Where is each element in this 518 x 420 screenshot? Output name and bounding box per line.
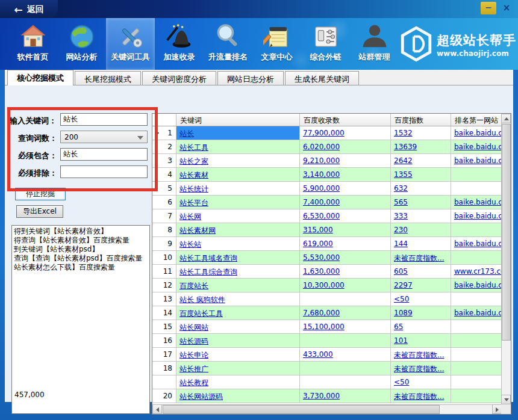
toolbar-item[interactable]: 文章中心 [252, 18, 301, 70]
row-header-cell[interactable]: 7 [152, 209, 176, 223]
cell-link[interactable]: 7,680,000 [303, 309, 340, 317]
cell-link[interactable]: baike.baidu.co [454, 212, 502, 220]
row-header-cell[interactable]: 12 [152, 279, 176, 292]
scroll-up-button[interactable] [501, 114, 511, 123]
cell-link[interactable]: baike.baidu.co [454, 129, 502, 137]
cell-link[interactable]: 站长网 [179, 212, 201, 221]
cell-link[interactable]: 619,000 [303, 239, 333, 248]
cell-link[interactable]: 101 [394, 336, 408, 345]
close-button[interactable]: × [500, 2, 513, 14]
cell-link[interactable]: 站长素材 [179, 171, 208, 179]
tab[interactable]: 网站日志分析 [217, 71, 284, 85]
cell-link[interactable]: 3,730,000 [303, 392, 340, 400]
cell-link[interactable]: 10,300,000 [303, 281, 345, 289]
cell-link[interactable]: 站长平台 [179, 199, 208, 207]
cell-link[interactable]: 230 [394, 226, 408, 234]
cell-link[interactable]: 433,000 [303, 350, 333, 359]
cell-link[interactable]: 77,900,000 [303, 129, 345, 137]
cell-link[interactable]: 5,530,000 [303, 253, 340, 262]
cell-link[interactable]: 未被百度指数... [394, 351, 444, 359]
cell-link[interactable]: 315,000 [303, 226, 333, 234]
toolbar-item[interactable]: 关键词工具 [106, 18, 155, 70]
vertical-scrollbar[interactable] [501, 114, 511, 404]
row-header-cell[interactable] [152, 375, 176, 389]
cell-link[interactable]: 站长 [179, 129, 194, 138]
cell-link[interactable]: 7,400,000 [303, 198, 340, 206]
toolbar-item[interactable]: 站群管理 [350, 18, 399, 70]
cell-link[interactable]: www.cr173.com [454, 267, 502, 276]
minimize-button[interactable]: − [481, 2, 496, 14]
cell-link[interactable]: 站长 疯狗软件 [179, 295, 225, 304]
cell-link[interactable]: 6,530,000 [303, 212, 340, 220]
cell-link[interactable]: 站长教程 [179, 378, 208, 387]
row-header-cell[interactable]: 8 [152, 223, 176, 237]
must-include-input[interactable] [60, 148, 148, 161]
cell-link[interactable]: baike.baidu.co [454, 156, 502, 165]
tab[interactable]: 关键词密度分析 [142, 71, 216, 85]
row-header-cell[interactable]: 4 [152, 168, 176, 182]
row-header-cell[interactable]: 2 [152, 140, 176, 154]
cell-link[interactable]: 565 [394, 198, 408, 206]
cell-link[interactable]: 未被百度指数... [394, 365, 444, 373]
cell-link[interactable]: 站长工具 [179, 143, 208, 152]
cell-link[interactable]: 6,020,000 [303, 143, 340, 151]
cell-link[interactable]: 144 [394, 239, 408, 248]
stop-mining-button[interactable]: 停止挖掘 [15, 188, 66, 200]
cell-link[interactable]: 2642 [394, 156, 413, 165]
row-header-cell[interactable]: 9 [152, 237, 176, 251]
cell-link[interactable]: 1532 [394, 129, 413, 137]
row-header-cell[interactable]: 6 [152, 196, 176, 209]
toolbar-item[interactable]: 综合外链 [301, 18, 350, 70]
scroll-down-button[interactable] [501, 395, 511, 404]
cell-link[interactable]: 站长站 [179, 240, 201, 249]
tab[interactable]: 核心挖掘模式 [7, 70, 73, 85]
row-header-cell[interactable]: 1 [152, 126, 176, 140]
row-header-cell[interactable]: 18 [152, 362, 176, 375]
cell-link[interactable]: baike.baidu.co [454, 281, 502, 289]
cell-link[interactable]: 13639 [394, 143, 417, 151]
cell-link[interactable]: 站长素材网 [179, 226, 216, 235]
row-header-cell[interactable]: 14 [152, 306, 176, 320]
toolbar-item[interactable]: 网站分析 [57, 18, 106, 70]
cell-link[interactable]: 未被百度指数... [394, 254, 444, 262]
cell-link[interactable]: baike.baidu.co [454, 143, 502, 151]
cell-link[interactable]: baike.baidu.co [454, 309, 502, 317]
cell-link[interactable]: 站长推广 [179, 365, 208, 373]
scroll-right-button[interactable] [492, 404, 502, 414]
cell-link[interactable]: 605 [394, 267, 408, 276]
cell-link[interactable]: 333 [394, 212, 408, 220]
toolbar-item[interactable]: 升流量排名 [204, 18, 252, 70]
cell-link[interactable]: 1089 [394, 309, 413, 317]
cell-link[interactable]: 3,140,000 [303, 170, 340, 179]
horizontal-scroll-thumb[interactable] [163, 405, 440, 414]
cell-link[interactable]: 65 [394, 323, 403, 331]
cell-link[interactable]: 站长统计 [179, 185, 208, 193]
export-excel-button[interactable]: 导出Excel [16, 205, 63, 218]
tab[interactable]: 长尾挖掘模式 [75, 71, 141, 85]
cell-link[interactable]: baike.baidu.co [454, 198, 502, 206]
row-header-cell[interactable]: 3 [152, 154, 176, 168]
tab[interactable]: 生成长尾关键词 [285, 71, 359, 85]
cell-link[interactable]: 站长之家 [179, 157, 208, 165]
query-count-select[interactable]: 200 [60, 131, 148, 143]
row-header-cell[interactable]: 10 [152, 251, 176, 265]
row-header-cell[interactable]: 5 [152, 182, 176, 196]
row-header-cell[interactable]: 13 [152, 292, 176, 306]
toolbar-item[interactable]: 加速收录 [155, 18, 204, 70]
cell-link[interactable]: 站长工具域名查询 [179, 254, 237, 262]
cell-link[interactable]: 9,210,000 [303, 156, 340, 165]
cell-link[interactable]: <50 [394, 295, 409, 303]
cell-link[interactable]: 站长申论 [179, 351, 208, 359]
cell-link[interactable]: 未被百度指数... [394, 392, 444, 401]
scroll-left-button[interactable] [152, 404, 162, 414]
back-button[interactable]: ← 返回 [0, 0, 58, 19]
row-header-cell[interactable]: 11 [152, 265, 176, 279]
toolbar-item[interactable]: 软件首页 [8, 18, 57, 70]
cell-link[interactable]: <50 [394, 378, 409, 386]
cell-link[interactable]: baike.baidu.co [454, 239, 502, 248]
row-header-cell[interactable]: 17 [152, 348, 176, 362]
cell-link[interactable]: 站长网站源码 [179, 392, 223, 401]
cell-link[interactable]: 百度站长工具 [179, 309, 223, 318]
cell-link[interactable]: 1,630,000 [303, 267, 340, 276]
row-header-cell[interactable]: 15 [152, 320, 176, 334]
